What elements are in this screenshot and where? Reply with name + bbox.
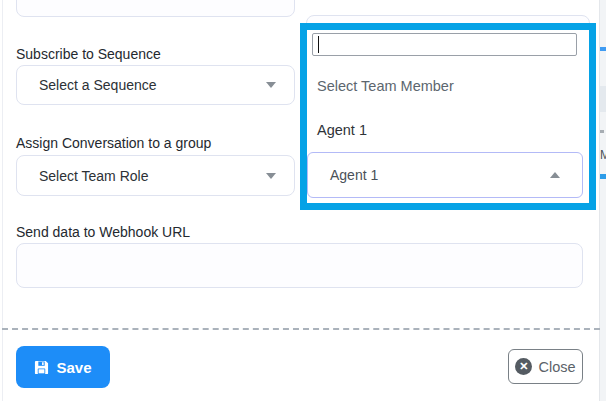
webhook-label: Send data to Webhook URL [16,224,190,240]
close-button[interactable]: ✕ Close [508,349,583,384]
chevron-up-icon [550,172,560,178]
team-member-dropdown-highlight: Select Team Member Agent 1 Agent 1 [300,23,596,210]
background-fragment-text: M [600,148,606,163]
team-member-option-agent1[interactable]: Agent 1 [317,122,367,138]
chevron-down-icon [266,82,276,88]
sequence-select-value: Select a Sequence [39,77,157,93]
text-cursor [318,36,319,53]
team-role-select-value: Select Team Role [39,168,148,184]
team-role-select[interactable]: Select Team Role [16,155,295,196]
background-fragment [600,130,604,133]
modal-left-border [2,0,3,401]
top-left-input[interactable] [16,0,295,17]
background-fragment [600,47,606,51]
modal-dialog: Subscribe to Sequence Select a Sequence … [0,0,606,401]
chevron-down-icon [266,173,276,179]
team-member-search-input[interactable] [312,33,577,56]
footer-divider [2,328,600,330]
background-fragment [600,86,606,112]
webhook-url-input[interactable] [16,243,583,288]
team-member-select[interactable]: Agent 1 [307,152,583,198]
subscribe-sequence-label: Subscribe to Sequence [16,46,161,62]
assign-group-label: Assign Conversation to a group [16,135,211,151]
close-button-label: Close [538,359,575,375]
save-button[interactable]: Save [16,346,110,388]
save-button-label: Save [56,359,91,376]
sequence-select[interactable]: Select a Sequence [16,65,295,105]
save-icon [34,360,49,375]
background-fragment [600,174,606,179]
team-member-select-value: Agent 1 [330,167,378,183]
team-member-option-placeholder[interactable]: Select Team Member [317,78,454,94]
close-icon: ✕ [515,358,532,375]
background-page-strip: M [600,0,606,401]
